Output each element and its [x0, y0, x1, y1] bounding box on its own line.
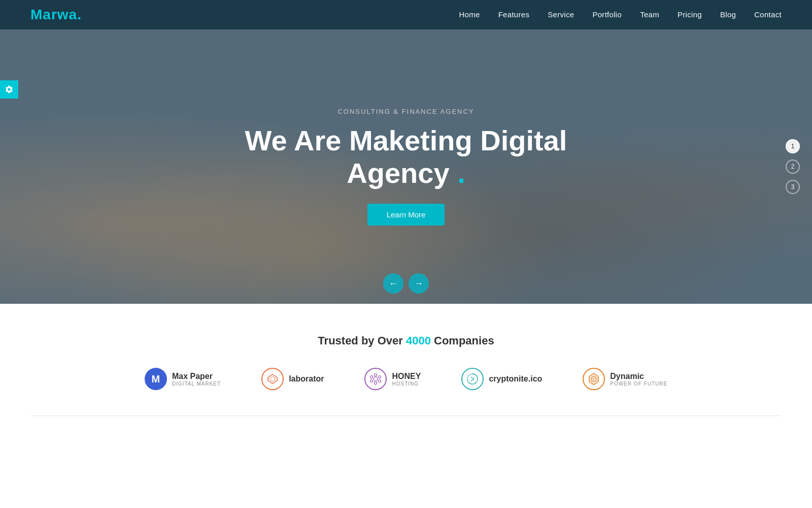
svg-marker-10	[591, 376, 596, 382]
hero-arrows: ← →	[383, 273, 429, 294]
nav-features[interactable]: Features	[498, 10, 530, 19]
hero-dot: .	[457, 157, 465, 189]
hero-title-line2: Agency .	[347, 157, 465, 189]
svg-point-3	[375, 374, 377, 376]
settings-button[interactable]	[0, 80, 18, 99]
svg-marker-1	[270, 376, 275, 382]
partner-max-paper[interactable]: M Max Paper Digital Market	[145, 368, 221, 390]
partner-laborator[interactable]: laborator	[261, 368, 324, 390]
trusted-title: Trusted by Over 4000 Companies	[51, 334, 761, 347]
svg-marker-0	[268, 374, 277, 384]
max-paper-icon: M	[145, 368, 167, 390]
trusted-count: 4000	[406, 334, 431, 347]
slide-dot-2[interactable]: 2	[786, 160, 800, 174]
laborator-icon	[261, 368, 284, 390]
laborator-name: laborator	[289, 374, 324, 384]
navbar: Marwa. Home Features Service Portfolio T…	[0, 0, 812, 29]
max-paper-name: Max Paper	[172, 372, 221, 381]
section-divider	[30, 416, 782, 416]
nav-service[interactable]: Service	[548, 10, 574, 19]
partner-cryptonite[interactable]: cryptonite.ico	[461, 368, 542, 390]
nav-blog[interactable]: Blog	[720, 10, 736, 19]
nav-links: Home Features Service Portfolio Team Pri…	[459, 10, 782, 19]
nav-portfolio[interactable]: Portfolio	[592, 10, 622, 19]
nav-pricing[interactable]: Pricing	[678, 10, 702, 19]
hero-subtitle: Consulting & Finance Agency	[245, 108, 567, 115]
partner-logos-row: M Max Paper Digital Market laborator	[51, 368, 761, 390]
nav-home[interactable]: Home	[459, 10, 480, 19]
trusted-text-prefix: Trusted by Over	[318, 334, 406, 347]
svg-point-5	[370, 376, 373, 378]
svg-point-4	[375, 382, 377, 385]
svg-point-6	[379, 376, 381, 378]
prev-slide-button[interactable]: ←	[383, 273, 403, 294]
partner-honey-hosting[interactable]: HONEY HOSTING	[364, 368, 421, 390]
slide-indicators: 1 2 3	[786, 139, 800, 194]
trusted-text-suffix: Companies	[434, 334, 494, 347]
svg-point-7	[370, 380, 373, 383]
next-slide-button[interactable]: →	[409, 273, 429, 294]
slide-dot-1[interactable]: 1	[786, 139, 800, 153]
hero-title-line1: We Are Maketing Digital	[245, 124, 567, 156]
site-logo[interactable]: Marwa.	[30, 7, 82, 23]
partner-dynamic[interactable]: Dynamic Power of Future	[583, 368, 667, 390]
max-paper-sub: Digital Market	[172, 381, 221, 387]
dynamic-icon	[583, 368, 605, 390]
hero-title: We Are Maketing Digital Agency .	[245, 124, 567, 190]
dynamic-name: Dynamic	[610, 372, 667, 381]
nav-contact[interactable]: Contact	[754, 10, 782, 19]
cryptonite-name: cryptonite.ico	[489, 374, 542, 384]
nav-team[interactable]: Team	[640, 10, 659, 19]
dynamic-sub: Power of Future	[610, 381, 667, 387]
hero-content: Consulting & Finance Agency We Are Maket…	[245, 108, 567, 226]
slide-dot-3[interactable]: 3	[786, 180, 800, 194]
hero-section: 1 2 3 Consulting & Finance Agency We Are…	[0, 29, 812, 304]
trusted-section: Trusted by Over 4000 Companies M Max Pap…	[0, 304, 812, 416]
learn-more-button[interactable]: Learn More	[367, 204, 445, 226]
honey-hosting-sub: HOSTING	[392, 381, 421, 387]
honey-hosting-icon	[364, 368, 387, 390]
cryptonite-icon	[461, 368, 484, 390]
honey-hosting-name: HONEY	[392, 372, 421, 381]
gear-icon	[5, 85, 14, 94]
svg-point-8	[379, 380, 381, 383]
svg-point-2	[374, 377, 378, 381]
